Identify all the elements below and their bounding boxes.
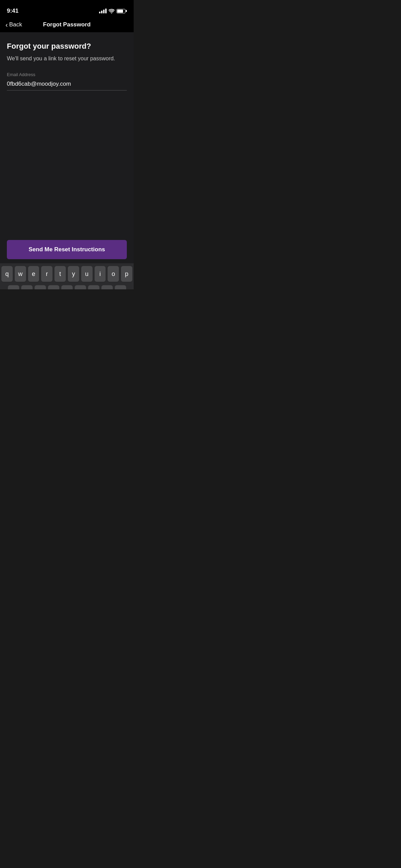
status-bar: 9:41 [0, 0, 134, 17]
page-description: We'll send you a link to reset your pass… [7, 55, 127, 62]
email-input[interactable] [7, 79, 127, 91]
key-q[interactable]: q [1, 266, 13, 282]
key-o[interactable]: o [108, 266, 119, 282]
key-a[interactable]: a [8, 285, 19, 289]
send-reset-button[interactable]: Send Me Reset Instructions [7, 240, 127, 259]
key-g[interactable]: g [61, 285, 73, 289]
key-h[interactable]: h [75, 285, 86, 289]
key-r[interactable]: r [41, 266, 52, 282]
page-heading: Forgot your password? [7, 42, 127, 51]
back-label: Back [9, 21, 22, 28]
key-u[interactable]: u [81, 266, 93, 282]
key-s[interactable]: s [21, 285, 33, 289]
key-w[interactable]: w [15, 266, 26, 282]
key-l[interactable]: l [115, 285, 126, 289]
signal-icon [99, 9, 107, 13]
send-button-container: Send Me Reset Instructions [0, 240, 134, 263]
wifi-icon [109, 9, 114, 13]
key-y[interactable]: y [68, 266, 79, 282]
key-e[interactable]: e [28, 266, 39, 282]
email-input-group: Email Address [7, 72, 127, 91]
nav-title: Forgot Password [43, 21, 91, 28]
nav-bar: ‹ Back Forgot Password [0, 17, 134, 32]
key-k[interactable]: k [101, 285, 113, 289]
back-chevron-icon: ‹ [5, 21, 8, 28]
keyboard-row-1: q w e r t y u i o p [1, 266, 132, 282]
keyboard: q w e r t y u i o p a s d f g h j k l z … [0, 263, 134, 289]
content-spacer [0, 103, 134, 240]
content-area: Forgot your password? We'll send you a l… [0, 32, 134, 103]
key-i[interactable]: i [95, 266, 106, 282]
keyboard-row-2: a s d f g h j k l [1, 285, 132, 289]
key-j[interactable]: j [88, 285, 99, 289]
status-icons [99, 9, 127, 13]
key-d[interactable]: d [35, 285, 46, 289]
email-label: Email Address [7, 72, 127, 77]
key-f[interactable]: f [48, 285, 59, 289]
back-button[interactable]: ‹ Back [5, 21, 22, 28]
key-p[interactable]: p [121, 266, 132, 282]
battery-icon [117, 9, 127, 13]
status-time: 9:41 [7, 8, 19, 14]
key-t[interactable]: t [54, 266, 66, 282]
